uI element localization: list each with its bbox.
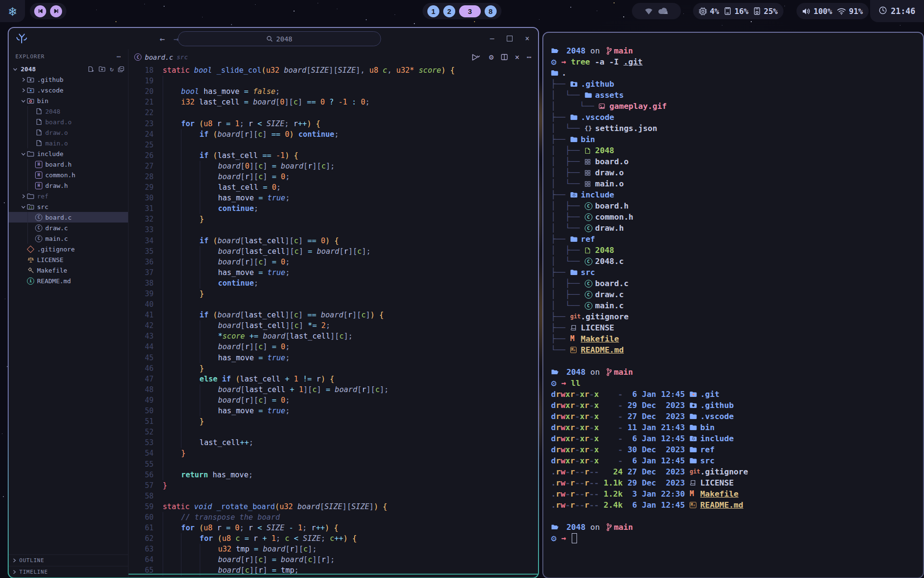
collapse-all-icon[interactable]: [118, 66, 124, 72]
line-number: 52: [128, 428, 163, 436]
workspace-1[interactable]: 1: [427, 5, 439, 17]
workspace-3-active[interactable]: 3: [459, 5, 481, 17]
new-folder-icon[interactable]: [99, 66, 105, 72]
code-line-43: 43*score += board[last_cell][c];: [128, 331, 538, 342]
tree-entry-common-h: │ ├── Ccommon.h: [551, 211, 915, 223]
timeline-panel-header[interactable]: TIMELINE: [9, 566, 128, 578]
explorer-item-readme-md[interactable]: iREADME.md: [9, 276, 128, 286]
media-next-button[interactable]: [50, 5, 62, 17]
editor-more-actions-icon[interactable]: ⋯: [526, 53, 531, 62]
git-icon: git: [570, 311, 581, 322]
indent-guide: [181, 395, 199, 406]
line-number: 24: [128, 130, 163, 139]
indent-guide: [163, 203, 181, 214]
c-source-icon: C: [585, 202, 592, 210]
explorer-item--vscode[interactable]: .vscode: [9, 85, 128, 95]
folder-icon: (): [27, 204, 34, 210]
settings-gear-icon[interactable]: ⚙: [489, 53, 494, 62]
explorer-item-makefile[interactable]: Makefile: [9, 265, 128, 276]
vscode-titlebar[interactable]: ← → 2048 — ×: [9, 28, 538, 49]
line-number: 55: [128, 460, 163, 469]
explorer-item-src[interactable]: ()src: [9, 201, 128, 212]
line-number: 19: [128, 77, 163, 85]
nixos-snowflake-icon: ❄: [9, 4, 16, 19]
terminal-content[interactable]: 2048 on main⚙ → tree -a -I .git .├── .gi…: [543, 33, 923, 578]
workspace-8[interactable]: 8: [485, 5, 497, 17]
explorer-more-actions-icon[interactable]: ⋯: [117, 53, 121, 60]
chevron-right-icon: [21, 194, 26, 198]
command-search-box[interactable]: 2048: [178, 31, 381, 46]
new-file-icon[interactable]: [88, 66, 94, 72]
close-editor-button[interactable]: ×: [515, 53, 520, 62]
editor-scrollbar[interactable]: [128, 574, 538, 575]
window-maximize-button[interactable]: [507, 36, 513, 41]
outline-panel-header[interactable]: OUTLINE: [9, 554, 128, 566]
tree-entry-src: ├── src: [551, 267, 915, 278]
explorer-item-license[interactable]: LICENSE: [9, 254, 128, 265]
indent-guide: [200, 182, 218, 193]
explorer-item-main-c[interactable]: Cmain.c: [9, 233, 128, 244]
folder-icon: [27, 87, 34, 93]
explorer-item-label: 2048: [21, 66, 36, 73]
window-close-button[interactable]: ×: [525, 34, 529, 43]
indent-guide: [181, 203, 199, 214]
indent-guide: [163, 267, 181, 278]
explorer-item-main-o[interactable]: main.o: [9, 138, 128, 148]
explorer-item-2048[interactable]: 2048: [9, 106, 128, 117]
split-editor-button[interactable]: [501, 54, 508, 60]
indent-guide: [200, 257, 218, 267]
clock[interactable]: 21:46: [870, 0, 924, 22]
nixos-launcher-button[interactable]: ❄: [0, 0, 25, 22]
explorer-item-board-c[interactable]: Cboard.c: [9, 212, 128, 223]
explorer-item--github[interactable]: .github: [9, 74, 128, 85]
tab-board-c[interactable]: C board.c src: [134, 53, 188, 61]
disk-icon: [753, 7, 761, 15]
editor-area[interactable]: C board.c src ⚙ ×: [128, 49, 538, 578]
indent-guide: [163, 161, 181, 171]
ll-row-license: .rw-r--r--1.1k 29 Dec 2023 LICENSE: [551, 477, 915, 488]
tree-entry-label: bin: [581, 134, 595, 145]
tree-entry-bin: ├── bin: [551, 134, 915, 145]
explorer-item--gitignore[interactable]: .gitignore: [9, 244, 128, 254]
indent-guide: [27, 127, 28, 138]
explorer-item-board-o[interactable]: board.o: [9, 117, 128, 127]
code-line-44: 44board[r][c] = 0;: [128, 342, 538, 352]
explorer-item-include[interactable]: include: [9, 148, 128, 159]
indent-guide: [163, 310, 181, 320]
indent-guide: [163, 342, 181, 352]
file-icon: [36, 140, 42, 146]
indent-guide: [163, 97, 181, 107]
code-line-22: 22: [128, 107, 538, 118]
c-file-icon: C: [35, 224, 42, 232]
license-scales-icon: [27, 257, 34, 263]
c-file-icon: C: [35, 214, 42, 221]
explorer-item-draw-c[interactable]: Cdraw.c: [9, 223, 128, 233]
indent-guide: [181, 554, 199, 565]
explorer-item-label: ref: [37, 193, 48, 200]
explorer-item-common-h[interactable]: Hcommon.h: [9, 170, 128, 180]
folder-icon: [570, 136, 578, 143]
explorer-item-board-h[interactable]: Hboard.h: [9, 159, 128, 170]
ll-filename: .git: [700, 389, 719, 400]
disk-usage: 25%: [764, 7, 778, 16]
workspace-2[interactable]: 2: [443, 5, 455, 17]
explorer-item-draw-h[interactable]: Hdraw.h: [9, 180, 128, 191]
explorer-item-bin[interactable]: bin: [9, 95, 128, 106]
code-editor[interactable]: 18static bool _slide_col(u32 board[SIZE]…: [128, 65, 538, 578]
c-source-icon: C: [585, 291, 592, 299]
run-debug-button[interactable]: [471, 53, 482, 61]
file-icon: [36, 108, 42, 115]
media-previous-button[interactable]: [34, 5, 46, 17]
explorer-item-ref[interactable]: ref: [9, 191, 128, 201]
nav-back-button[interactable]: ←: [160, 34, 165, 44]
explorer-item-draw-o[interactable]: draw.o: [9, 127, 128, 138]
markdown-icon: M↓: [570, 347, 577, 353]
refresh-icon[interactable]: ↻: [110, 66, 114, 73]
line-number: 38: [128, 279, 163, 288]
window-minimize-button[interactable]: —: [490, 34, 494, 43]
chevron-down-icon: [21, 152, 26, 156]
explorer-item-2048[interactable]: 2048↻: [9, 64, 128, 74]
indent-guide: [163, 299, 181, 310]
cloud-icon: [658, 8, 668, 14]
git-branch-icon: [606, 368, 612, 376]
